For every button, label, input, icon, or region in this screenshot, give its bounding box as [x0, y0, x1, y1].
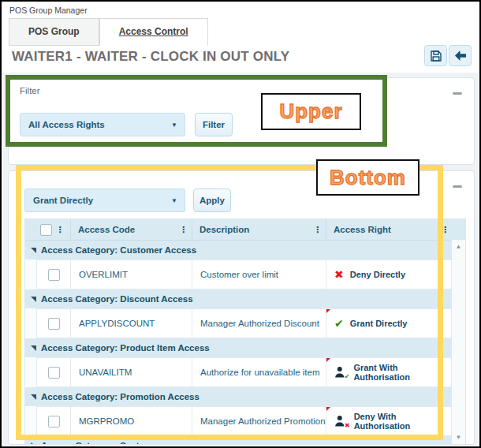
row-checkbox-cell [36, 406, 71, 436]
header-checkbox-cell: ⋮ [36, 219, 71, 240]
filter-dropdown-value: All Access Rights [21, 120, 171, 129]
column-menu-icon[interactable]: ⋮ [52, 226, 69, 234]
table-row: APPLYDISCOUNT Manager Authorized Discoun… [25, 308, 453, 338]
group-row-promotion-access[interactable]: Access Category: Promotion Access [25, 387, 453, 406]
deny-cross-icon: ✖ [334, 268, 344, 281]
collapse-group-icon [31, 297, 36, 302]
row-checkbox[interactable] [48, 269, 60, 281]
modified-cell-marker [326, 407, 330, 411]
group-label: Access Category: Discount Access [41, 294, 193, 304]
table-row: MGRPROMO Manager Authorized Promotion ✖ … [25, 406, 453, 436]
description-cell: Manager Authorized Promotion [192, 406, 326, 436]
person-grant-icon: ✔ [334, 366, 347, 379]
select-all-checkbox[interactable] [40, 224, 52, 236]
header-access-right[interactable]: Access Right ⋮ [326, 219, 453, 240]
person-deny-icon: ✖ [334, 415, 348, 427]
row-checkbox-cell [36, 308, 71, 338]
filter-panel: Filter All Access Rights ▼ Filter [8, 77, 475, 165]
back-button[interactable] [449, 45, 472, 66]
group-row-system[interactable]: Access Category: System [25, 436, 453, 445]
collapse-group-icon [31, 345, 36, 351]
filter-dropdown[interactable]: All Access Rights ▼ [20, 113, 185, 136]
row-checkbox[interactable] [48, 318, 60, 330]
collapse-group-icon [31, 394, 36, 400]
column-menu-icon[interactable]: ⋮ [437, 226, 453, 234]
chevron-down-icon: ▼ [171, 197, 185, 204]
group-row-product-item-access[interactable]: Access Category: Product Item Access [25, 338, 453, 357]
description-cell: Authorize for unavailable item [192, 357, 326, 387]
group-label: Access Category: System [41, 441, 152, 445]
group-row-customer-access[interactable]: Access Category: Customer Access [25, 241, 453, 259]
tab-pos-group[interactable]: POS Group [9, 18, 99, 46]
grant-dropdown[interactable]: Grant Directly ▼ [24, 189, 185, 212]
scroll-down-icon[interactable]: ▼ [452, 434, 465, 441]
vertical-scrollbar[interactable]: ▲ ▼ [451, 240, 465, 444]
access-right-cell[interactable]: ✔ Grant Directly [326, 308, 453, 338]
collapse-group-icon [31, 248, 36, 253]
save-floppy-icon [430, 50, 442, 62]
access-right-cell[interactable]: ✔ Grant With Authorisation [326, 357, 453, 387]
save-button[interactable] [424, 45, 447, 66]
group-label: Access Category: Customer Access [41, 245, 196, 255]
row-checkbox-cell [36, 259, 71, 289]
modified-cell-marker [326, 309, 330, 313]
access-code-cell: UNAVAILITM [71, 357, 192, 387]
annotation-upper-label: Upper [261, 93, 361, 130]
tab-strip: POS Group Access Control [9, 18, 208, 46]
expand-group-icon [31, 442, 36, 445]
group-label: Access Category: Promotion Access [41, 392, 199, 401]
table-row: UNAVAILITM Authorize for unavailable ite… [25, 357, 453, 387]
minus-icon [453, 92, 462, 95]
chevron-down-icon: ▼ [171, 121, 185, 129]
description-cell: Customer over limit [192, 259, 326, 289]
grid-body: Access Category: Customer Access OVERLIM… [25, 241, 453, 445]
access-code-cell: MGRPROMO [71, 406, 192, 436]
description-cell: Manager Authorized Discount [192, 308, 326, 338]
apply-button[interactable]: Apply [193, 189, 231, 212]
header-expand-column [25, 219, 36, 240]
row-checkbox[interactable] [48, 367, 60, 379]
collapse-filter-panel-button[interactable] [450, 86, 464, 97]
tab-access-control[interactable]: Access Control [99, 18, 208, 46]
access-rights-panel: Grant Directly ▼ Apply ⋮ Access Code ⋮ D… [8, 170, 475, 445]
scroll-up-icon[interactable]: ▲ [452, 243, 465, 250]
grant-dropdown-value: Grant Directly [25, 196, 171, 205]
grant-check-icon: ✔ [334, 317, 344, 330]
access-code-cell: APPLYDISCOUNT [71, 308, 192, 338]
modified-cell-marker [326, 358, 330, 362]
window-title: POS Group Manager [9, 6, 88, 15]
access-code-cell: OVERLIMIT [71, 259, 192, 289]
access-right-cell[interactable]: ✖ Deny Directly [326, 259, 453, 289]
annotation-bottom-label: Bottom [316, 159, 419, 196]
column-menu-icon[interactable]: ⋮ [175, 226, 192, 234]
row-expand-cell [25, 357, 36, 387]
row-checkbox-cell [36, 357, 71, 387]
filter-button[interactable]: Filter [195, 113, 233, 136]
collapse-access-panel-button[interactable] [450, 179, 464, 190]
table-row: OVERLIMIT Customer over limit ✖ Deny Dir… [25, 259, 453, 289]
header-description[interactable]: Description ⋮ [192, 219, 326, 240]
header-access-code[interactable]: Access Code ⋮ [71, 219, 192, 240]
row-expand-cell [25, 308, 36, 338]
access-rights-grid: ⋮ Access Code ⋮ Description ⋮ Access Rig… [24, 218, 466, 445]
filter-panel-title: Filter [20, 86, 40, 95]
page-title: WAITER1 - WAITER - CLOCK IN OUT ONLY [12, 49, 289, 65]
access-right-cell[interactable]: ✖ Deny With Authorisation [326, 406, 453, 436]
row-checkbox[interactable] [48, 416, 60, 427]
group-row-discount-access[interactable]: Access Category: Discount Access [25, 289, 453, 308]
minus-icon [453, 185, 462, 188]
pos-group-manager-window: POS Group Manager POS Group Access Contr… [0, 0, 481, 448]
row-expand-cell [25, 406, 36, 436]
back-arrow-icon [454, 50, 467, 62]
row-expand-cell [25, 259, 36, 289]
column-menu-icon[interactable]: ⋮ [309, 226, 326, 234]
group-label: Access Category: Product Item Access [41, 343, 210, 353]
grid-header: ⋮ Access Code ⋮ Description ⋮ Access Rig… [25, 219, 465, 241]
